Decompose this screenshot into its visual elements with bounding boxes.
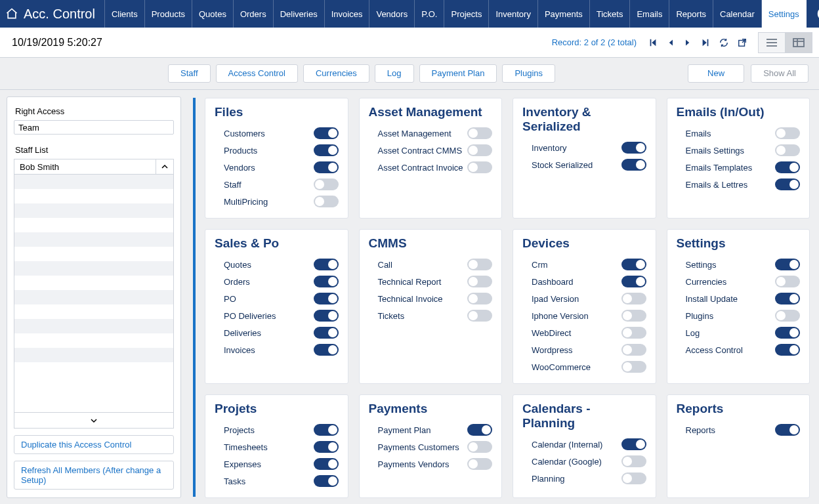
permission-toggle[interactable] (314, 276, 339, 287)
permission-toggle[interactable] (775, 276, 800, 287)
list-item[interactable] (14, 261, 173, 276)
nav-item-quotes[interactable]: Quotes (192, 0, 234, 28)
prev-record-icon[interactable] (667, 38, 675, 47)
list-item[interactable] (14, 333, 173, 348)
permission-toggle[interactable] (467, 458, 492, 470)
permission-toggle[interactable] (467, 259, 492, 270)
nav-item-calendar[interactable]: Calendar (713, 0, 762, 28)
list-view-icon[interactable] (758, 32, 786, 53)
permission-toggle[interactable] (314, 144, 339, 156)
permission-toggle[interactable] (621, 159, 646, 171)
nav-item-projects[interactable]: Projects (444, 0, 489, 28)
permission-toggle[interactable] (314, 441, 339, 453)
permission-toggle[interactable] (467, 424, 492, 436)
nav-item-inventory[interactable]: Inventory (489, 0, 537, 28)
permission-toggle[interactable] (467, 310, 492, 322)
form-view-icon[interactable] (785, 32, 812, 53)
permission-toggle[interactable] (775, 144, 800, 156)
permission-toggle[interactable] (621, 438, 646, 450)
toolbar-tab-log[interactable]: Log (375, 64, 414, 83)
permission-toggle[interactable] (314, 196, 339, 207)
permission-toggle[interactable] (467, 293, 492, 304)
permission-toggle[interactable] (775, 344, 800, 356)
right-access-input[interactable] (14, 120, 174, 135)
nav-item-emails[interactable]: Emails (630, 0, 669, 28)
list-item[interactable] (14, 203, 173, 218)
list-item[interactable] (14, 247, 173, 261)
nav-item-vendors[interactable]: Vendors (369, 0, 415, 28)
refresh-all-members-button[interactable]: Refresh All Members (After change a Setu… (14, 461, 174, 490)
nav-item-reports[interactable]: Reports (669, 0, 713, 28)
permission-toggle[interactable] (621, 293, 646, 304)
permission-toggle[interactable] (775, 259, 800, 270)
toolbar-tab-currencies[interactable]: Currencies (303, 64, 369, 83)
permission-toggle[interactable] (621, 259, 646, 270)
permission-toggle[interactable] (775, 310, 800, 322)
nav-item-orders[interactable]: Orders (234, 0, 274, 28)
first-record-icon[interactable] (648, 38, 658, 47)
toolbar-tab-access-control[interactable]: Access Control (216, 64, 298, 83)
list-item[interactable] (14, 189, 173, 203)
list-item[interactable] (14, 304, 173, 319)
permission-toggle[interactable] (314, 344, 339, 356)
permission-toggle[interactable] (621, 344, 646, 356)
toolbar-action-new[interactable]: New (688, 64, 744, 83)
permission-toggle[interactable] (314, 310, 339, 322)
list-item[interactable] (14, 290, 173, 304)
permission-toggle[interactable] (775, 293, 800, 304)
nav-item-products[interactable]: Products (145, 0, 192, 28)
permission-toggle[interactable] (467, 276, 492, 287)
chevron-down-icon[interactable] (14, 412, 173, 428)
nav-item-clients[interactable]: Clients (105, 0, 145, 28)
chevron-up-icon[interactable] (156, 159, 174, 175)
permission-toggle[interactable] (775, 161, 800, 173)
nav-item-deliveries[interactable]: Deliveries (274, 0, 325, 28)
permission-toggle[interactable] (467, 127, 492, 139)
nav-item-tickets[interactable]: Tickets (590, 0, 631, 28)
list-item[interactable] (14, 276, 173, 290)
permission-toggle[interactable] (621, 310, 646, 322)
permission-toggle[interactable] (314, 178, 339, 190)
permission-toggle[interactable] (314, 327, 339, 339)
permission-toggle[interactable] (775, 178, 800, 190)
permission-toggle[interactable] (621, 327, 646, 339)
nav-item-invoices[interactable]: Invoices (325, 0, 370, 28)
list-item[interactable] (14, 348, 173, 362)
permission-toggle[interactable] (621, 361, 646, 373)
staff-selected-input[interactable] (14, 159, 156, 175)
permission-toggle[interactable] (314, 458, 339, 470)
permission-toggle[interactable] (621, 455, 646, 467)
staff-list-rows[interactable] (14, 175, 173, 412)
permission-toggle[interactable] (467, 441, 492, 453)
next-record-icon[interactable] (684, 38, 692, 47)
list-item[interactable] (14, 232, 173, 247)
duplicate-access-control-button[interactable]: Duplicate this Access Control (14, 435, 174, 454)
permission-toggle[interactable] (314, 259, 339, 270)
permission-toggle[interactable] (467, 161, 492, 173)
nav-item-payments[interactable]: Payments (538, 0, 590, 28)
permission-toggle[interactable] (621, 142, 646, 154)
last-record-icon[interactable] (701, 38, 710, 47)
nav-item-p-o-[interactable]: P.O. (415, 0, 444, 28)
permission-toggle[interactable] (621, 276, 646, 287)
refresh-icon[interactable] (719, 38, 728, 47)
permission-toggle[interactable] (775, 327, 800, 339)
toolbar-tab-staff[interactable]: Staff (168, 64, 211, 83)
permission-toggle[interactable] (621, 472, 646, 484)
permission-toggle[interactable] (314, 475, 339, 487)
permission-toggle[interactable] (314, 161, 339, 173)
permission-toggle[interactable] (775, 424, 800, 436)
permission-toggle[interactable] (314, 127, 339, 139)
nav-item-settings[interactable]: Settings (762, 0, 807, 28)
toolbar-action-show-all[interactable]: Show All (751, 64, 808, 83)
app-title-cell[interactable]: Acc. Control (0, 0, 105, 28)
permission-toggle[interactable] (775, 127, 800, 139)
permission-toggle[interactable] (467, 144, 492, 156)
permission-toggle[interactable] (314, 293, 339, 304)
toolbar-tab-plugins[interactable]: Plugins (502, 64, 555, 83)
popout-icon[interactable] (738, 38, 747, 47)
list-item[interactable] (14, 175, 173, 189)
list-item[interactable] (14, 319, 173, 333)
toolbar-tab-payment-plan[interactable]: Payment Plan (419, 64, 497, 83)
list-item[interactable] (14, 218, 173, 232)
